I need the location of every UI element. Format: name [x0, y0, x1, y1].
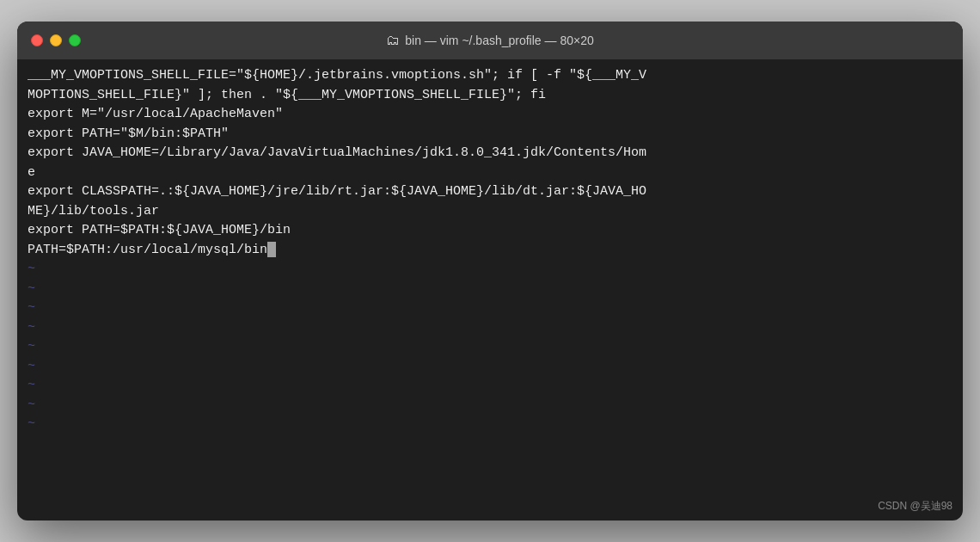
title-text: bin — vim ~/.bash_profile — 80×20	[405, 34, 593, 47]
line-5: export JAVA_HOME=/Library/Java/JavaVirtu…	[28, 145, 646, 160]
line-4: export PATH="$M/bin:$PATH"	[28, 126, 229, 141]
traffic-lights	[31, 34, 81, 46]
folder-icon: 🗂	[386, 33, 400, 48]
code-display: ___MY_VMOPTIONS_SHELL_FILE="${HOME}/.jet…	[28, 66, 952, 434]
editor-content[interactable]: ___MY_VMOPTIONS_SHELL_FILE="${HOME}/.jet…	[17, 59, 963, 520]
line-6: e	[28, 165, 35, 180]
line-10: PATH=$PATH:/usr/local/mysql/bin	[28, 243, 276, 257]
window-title: 🗂 bin — vim ~/.bash_profile — 80×20	[386, 33, 593, 48]
tilde-4: ~	[28, 320, 35, 335]
cursor	[267, 242, 276, 257]
line-1: ___MY_VMOPTIONS_SHELL_FILE="${HOME}/.jet…	[28, 68, 646, 83]
tilde-8: ~	[28, 397, 35, 412]
terminal-window: 🗂 bin — vim ~/.bash_profile — 80×20 ___M…	[17, 22, 963, 520]
line-9: export PATH=$PATH:${JAVA_HOME}/bin	[28, 223, 291, 237]
tilde-3: ~	[28, 300, 35, 315]
maximize-button[interactable]	[69, 34, 81, 46]
minimize-button[interactable]	[50, 34, 62, 46]
tilde-9: ~	[28, 416, 35, 431]
line-3: export M="/usr/local/ApacheMaven"	[28, 107, 283, 121]
tilde-2: ~	[28, 281, 35, 296]
tilde-1: ~	[28, 262, 35, 276]
close-button[interactable]	[31, 34, 43, 46]
tilde-6: ~	[28, 359, 35, 373]
line-2: MOPTIONS_SHELL_FILE}" ]; then . "${___MY…	[28, 88, 546, 102]
titlebar: 🗂 bin — vim ~/.bash_profile — 80×20	[17, 22, 963, 59]
line-7: export CLASSPATH=.:${JAVA_HOME}/jre/lib/…	[28, 184, 646, 199]
tilde-5: ~	[28, 339, 35, 354]
tilde-7: ~	[28, 378, 35, 392]
line-8: ME}/lib/tools.jar	[28, 204, 159, 219]
watermark: CSDN @吴迪98	[878, 499, 952, 514]
